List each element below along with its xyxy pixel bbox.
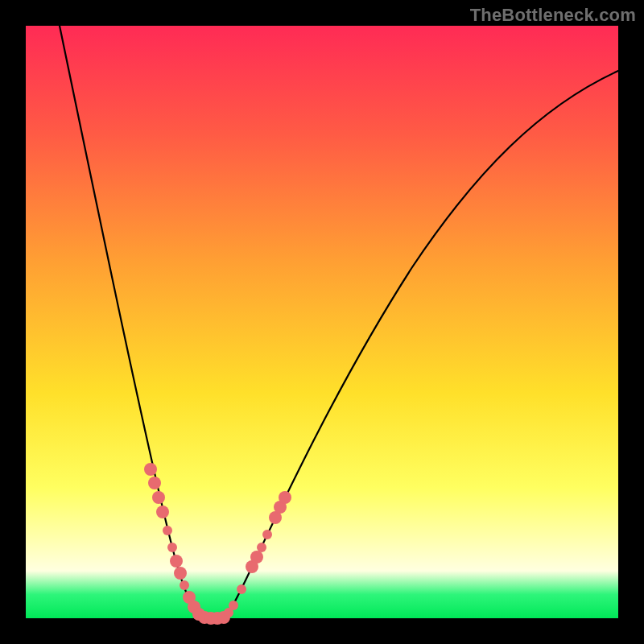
data-marker (279, 491, 291, 504)
data-marker (257, 543, 266, 552)
left-curve (60, 26, 201, 618)
data-marker (180, 580, 189, 590)
data-marker (144, 463, 157, 476)
data-marker (148, 477, 161, 489)
right-curve (225, 71, 618, 618)
data-marker (163, 526, 172, 535)
data-marker (262, 530, 272, 539)
data-marker (167, 543, 177, 552)
data-marker (250, 551, 263, 564)
chart-svg (26, 26, 618, 618)
data-marker (156, 506, 169, 518)
data-marker (229, 601, 238, 610)
data-markers (144, 463, 291, 625)
data-marker (174, 567, 187, 580)
watermark-text: TheBottleneck.com (470, 5, 636, 26)
data-marker (152, 491, 165, 504)
data-marker (237, 584, 246, 594)
data-marker (170, 555, 183, 568)
